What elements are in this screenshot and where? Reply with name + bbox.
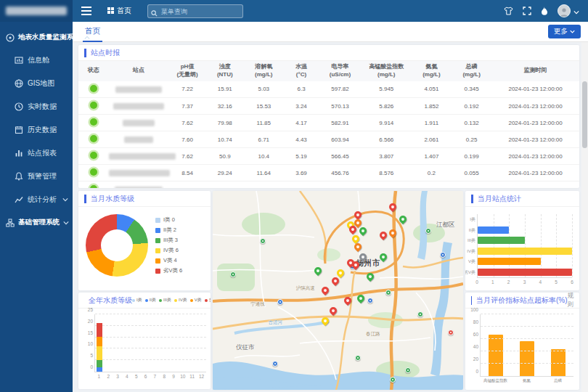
hbar-V类[interactable]: [478, 258, 541, 265]
table-row[interactable]: 7.6279.9811.854.17582.919.9141.9110.1322…: [78, 115, 579, 131]
y-tick-label: 25: [88, 307, 93, 312]
hbar-row: II类: [478, 225, 572, 235]
legend-item[interactable]: I类: [132, 297, 142, 303]
sidebar-item-0-3[interactable]: 历史数据: [0, 118, 73, 142]
legend-item[interactable]: I类 0: [155, 216, 182, 224]
map-pin-green[interactable]: [358, 226, 368, 236]
vbar-高锰酸盐指数[interactable]: [489, 335, 503, 376]
value-cell: 32.16: [206, 98, 244, 115]
panel-title: 全年水质等级: [89, 295, 132, 306]
map-pin-green[interactable]: [398, 214, 408, 224]
hbar-劣V类[interactable]: [478, 269, 572, 276]
status-dot-normal: [90, 85, 97, 92]
value-cell: 29.24: [206, 165, 244, 181]
sidebar-item-label: 实时数据: [28, 102, 57, 112]
map-pin-gray[interactable]: [358, 252, 368, 262]
sidebar-item-0-1[interactable]: GIS地图: [0, 72, 73, 95]
value-cell: 10.74: [206, 131, 244, 148]
table-row[interactable]: 8.5429.2411.643.69456.768.5760.20.055202…: [78, 165, 579, 181]
table-row[interactable]: 7.3732.1615.533.24570.135.8261.8520.1922…: [78, 98, 579, 115]
shirt-icon[interactable]: [504, 7, 513, 15]
status-dot-normal: [90, 185, 97, 188]
more-button[interactable]: 更多: [548, 25, 581, 38]
legend-item[interactable]: 劣V类 6: [155, 267, 182, 274]
quality-donut-chart[interactable]: [86, 214, 148, 277]
flame-icon[interactable]: [541, 7, 548, 15]
map-poi-icon: [230, 271, 236, 277]
y-tick-label: 60: [473, 332, 478, 337]
fullscreen-icon[interactable]: [523, 7, 531, 15]
scrollbar-thumb[interactable]: [582, 81, 587, 148]
breadcrumb-home[interactable]: 首页: [100, 6, 139, 16]
table-row[interactable]: 7.2215.915.036.3597.825.9454.0510.345202…: [78, 81, 579, 98]
legend-item[interactable]: II类: [145, 297, 156, 303]
user-menu[interactable]: [558, 4, 579, 17]
sidebar-group-1[interactable]: 基础管理系统: [0, 211, 73, 234]
legend-item[interactable]: V类 4: [155, 257, 182, 264]
map-poi-icon: [440, 252, 446, 258]
grid-icon: [107, 7, 114, 15]
status-cell: [78, 115, 108, 131]
legend-item[interactable]: IV类: [174, 297, 187, 303]
map-panel[interactable]: 扬州市江都区仪征市古运河沪陕高速宁通线春江路: [213, 191, 463, 390]
column-header: 浊度(NTU): [206, 61, 244, 81]
sidebar-nav: 地表水质量监测系统信息舱GIS地图实时数据历史数据站点报表预警管理统计分析基础管…: [0, 22, 73, 234]
legend-label: V类 4: [163, 257, 177, 264]
station-hbar-chart[interactable]: I类II类III类IV类V类劣V类: [477, 214, 572, 278]
column-header: 状态: [78, 61, 108, 81]
sidebar-item-0-0[interactable]: 信息舱: [0, 49, 73, 72]
table-row[interactable]: 7.6250.910.45.19566.453.8071.4070.199202…: [78, 148, 579, 165]
map-pin-red[interactable]: [378, 230, 388, 240]
gridline: [481, 363, 573, 364]
sidebar-group-label: 基础管理系统: [18, 218, 60, 227]
hbar-II类[interactable]: [478, 226, 509, 234]
map-pin-green[interactable]: [355, 293, 365, 303]
menu-search-input[interactable]: [147, 4, 243, 18]
status-cell: [78, 181, 108, 188]
legend-item[interactable]: 劣V类: [205, 297, 211, 303]
legend-item[interactable]: V类: [190, 297, 202, 303]
x-tick-label: 10: [178, 374, 187, 379]
legend-item[interactable]: III类 3: [155, 237, 182, 244]
vbar-氨氮[interactable]: [520, 341, 534, 376]
map-pin-green[interactable]: [365, 271, 375, 282]
legend-swatch: [155, 269, 160, 274]
legend-item[interactable]: IV类 6: [155, 247, 182, 254]
sidebar-item-0-4[interactable]: 站点报表: [0, 142, 73, 165]
value-cell: 5.19: [284, 148, 319, 165]
hbar-IV类[interactable]: [478, 248, 572, 255]
map-pin-red[interactable]: [388, 202, 398, 212]
exceed-rate-chart[interactable]: 020406080100: [480, 314, 573, 377]
sidebar-group-label: 地表水质量监测系统: [18, 33, 81, 42]
map-pin-yellow[interactable]: [320, 316, 330, 326]
stacked-bar-month-1[interactable]: [97, 323, 102, 372]
map-pin-orange[interactable]: [353, 242, 363, 252]
value-cell: 1.852: [412, 98, 452, 115]
map-pin-red[interactable]: [328, 306, 338, 316]
legend-item[interactable]: III类: [159, 297, 171, 303]
map-pin-green[interactable]: [378, 252, 388, 262]
value-cell: 2024-01-23 12:00:00: [491, 98, 579, 115]
sidebar-group-0[interactable]: 地表水质量监测系统: [0, 26, 73, 49]
table-row[interactable]: 7.6010.746.714.43603.946.5662.0610.25202…: [78, 131, 579, 148]
y-tick-label: 10: [88, 341, 93, 346]
sidebar-item-0-6[interactable]: 统计分析: [0, 188, 73, 211]
hbar-III类[interactable]: [478, 237, 525, 244]
map-pin-orange[interactable]: [388, 228, 398, 238]
map-pin-red[interactable]: [320, 285, 330, 295]
sidebar-item-0-5[interactable]: 预警管理: [0, 165, 73, 188]
hamburger-menu-icon[interactable]: [73, 7, 100, 15]
gridline: [95, 348, 206, 348]
value-cell: 566.45: [319, 148, 362, 165]
map-pin-red[interactable]: [343, 295, 353, 306]
value-cell: 1.407: [412, 148, 452, 165]
map-pin-yellow[interactable]: [335, 268, 346, 278]
value-cell: 2024-01-23 12:00:00: [491, 148, 579, 165]
rules-link[interactable]: 规则: [568, 293, 574, 309]
year-stacked-chart[interactable]: 0510152025: [94, 314, 206, 372]
map-pin-green[interactable]: [313, 266, 323, 276]
topbar: 首页: [73, 0, 588, 22]
legend-item[interactable]: II类 2: [155, 226, 182, 234]
table-row[interactable]: 7.9633.083.435.58641.957.893.0640.892024…: [78, 181, 579, 188]
sidebar-item-0-2[interactable]: 实时数据: [0, 95, 73, 118]
